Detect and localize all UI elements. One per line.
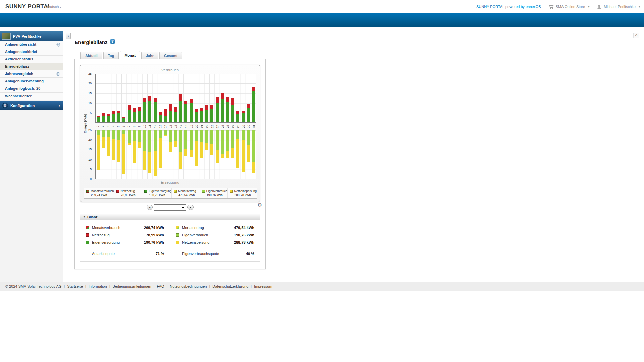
erzeugung-bar-day-12 xyxy=(153,130,158,179)
legend-item-header: Netzeinspeisung xyxy=(230,189,257,193)
eigenversorgung-bar xyxy=(159,115,162,122)
sidebar: PVA-Perlitschke AnlagenübersichtAnlagens… xyxy=(0,31,63,282)
bilanz-header[interactable]: ▼ Bilanz xyxy=(80,214,260,220)
eigenversorgung-bar xyxy=(148,101,151,122)
sidebar-item-anlagenlogbuch-20[interactable]: Anlagenlogbuch: 20 xyxy=(0,85,63,93)
eigenversorgung-bar xyxy=(174,112,177,122)
chevron-right-icon: › xyxy=(59,103,60,108)
sidebar-item-aktueller-status[interactable]: Aktueller Status xyxy=(0,56,63,63)
eigenversorgung-bar xyxy=(231,105,234,122)
day-tick-label: 12 xyxy=(153,125,157,128)
erzeugung-bar-day-18 xyxy=(183,130,189,179)
erzeugung-bar-day-24 xyxy=(215,130,220,179)
day-tick-19: 19 xyxy=(189,123,194,130)
month-select[interactable] xyxy=(154,204,186,211)
sidebar-item-jahresvergleich[interactable]: Jahresvergleich xyxy=(0,70,63,78)
tab-aktuell[interactable]: Aktuell xyxy=(80,52,102,59)
verbrauch-bar-day-13 xyxy=(158,74,163,122)
eigenversorgung-bar xyxy=(195,112,198,122)
eigenverbrauch-bar xyxy=(231,130,234,148)
sidebar-item-konfiguration[interactable]: ⚙ Konfiguration › xyxy=(0,101,63,110)
y-tick-label: 15 xyxy=(82,92,92,95)
tab-tag[interactable]: Tag xyxy=(103,52,119,59)
top-bar: SUNNY PORTAL Deutsch▾ SUNNY PORTAL power… xyxy=(0,0,644,13)
verbrauch-bar-day-3 xyxy=(106,74,111,122)
day-tick-label: 9 xyxy=(138,126,141,127)
eigenversorgung-bar xyxy=(117,113,120,122)
bilanz-row-value: 479,54 kWh xyxy=(234,226,254,230)
panel-collapse-up-button[interactable]: ^ xyxy=(633,33,639,38)
footer-link-datenschutzerkl-rung[interactable]: Datenschutzerklärung xyxy=(212,284,248,288)
eigenversorgung-bar xyxy=(184,104,187,122)
user-icon xyxy=(597,4,602,9)
tab-monat[interactable]: Monat xyxy=(120,51,140,59)
sidebar-collapse-button[interactable]: ‹ xyxy=(66,33,71,39)
language-selector[interactable]: Deutsch▾ xyxy=(45,0,61,14)
netzbezug-bar xyxy=(247,104,250,108)
sidebar-item-label: Aktueller Status xyxy=(5,57,33,61)
day-tick-label: 13 xyxy=(159,125,162,128)
eigenverbrauch-bar xyxy=(133,130,136,141)
bilanz-swatch-yellow xyxy=(176,241,179,244)
eigenversorgung-bar xyxy=(112,114,115,122)
footer-link-information[interactable]: Information xyxy=(89,284,107,288)
netzeinspeisung-bar xyxy=(169,142,172,152)
erzeugung-bar-day-1 xyxy=(96,130,101,179)
plant-header[interactable]: PVA-Perlitschke xyxy=(0,31,63,41)
tab-jahr[interactable]: Jahr xyxy=(141,52,158,59)
legend-item-header: Eigenversorgung xyxy=(144,189,171,193)
user-menu[interactable]: Michael Perlitschke ▾ xyxy=(597,4,640,9)
chart-navigation: ◄ ► xyxy=(80,204,260,211)
bilanz-left-column: Monatsverbrauch269,74 kWhNetzbezug78,99 … xyxy=(86,224,164,257)
previous-month-button[interactable]: ◄ xyxy=(147,205,153,210)
eigenverbrauch-bar xyxy=(169,130,172,142)
y-tick-label: 15 xyxy=(82,148,92,151)
footer-link-bedienungsanleitungen[interactable]: Bedienungsanleitungen xyxy=(113,284,151,288)
erzeugung-bar-day-4 xyxy=(111,130,116,179)
day-tick-label: 19 xyxy=(190,125,193,128)
footer-link-startseite[interactable]: Startseite xyxy=(67,284,83,288)
verbrauch-bar-day-23 xyxy=(209,74,214,122)
footer-link-impressum[interactable]: Impressum xyxy=(254,284,272,288)
legend-item-value: 190,76 kWh xyxy=(149,193,171,197)
netzbezug-bar xyxy=(236,111,239,114)
eigenversorgung-bar xyxy=(247,108,250,122)
sidebar-item-anlagen-berwachung[interactable]: Anlagenüberwachung xyxy=(0,78,63,85)
day-tick-7: 7 xyxy=(126,123,131,130)
eigenversorgung-bar xyxy=(169,111,172,122)
legend-swatch-red-green xyxy=(86,190,89,193)
day-tick-label: 16 xyxy=(174,125,177,128)
sidebar-item-anlagensteckbrief[interactable]: Anlagensteckbrief xyxy=(0,48,63,56)
chart-settings-icon[interactable]: ⚙ xyxy=(258,202,262,208)
sidebar-item-label: Anlagenlogbuch: 20 xyxy=(5,86,40,90)
powered-by-link[interactable]: SUNNY PORTAL powered by ennexOS xyxy=(476,5,541,9)
eigenverbrauch-bar xyxy=(117,130,120,140)
sidebar-item-wechselrichter[interactable]: Wechselrichter xyxy=(0,93,63,100)
footer-separator: | xyxy=(64,284,65,288)
chart-title-verbrauch: Verbrauch xyxy=(80,68,260,72)
bilanz-row-eigenverbrauchsquote: Eigenverbrauchsquote40 % xyxy=(176,250,254,257)
tab-gesamt[interactable]: Gesamt xyxy=(159,52,182,59)
netzbezug-bar xyxy=(174,107,177,112)
legend-item-header: Netzbezug xyxy=(116,189,142,193)
verbrauch-bar-day-18 xyxy=(183,74,189,122)
verbrauch-bar-day-12 xyxy=(153,74,158,122)
sidebar-item-anlagen-bersicht[interactable]: Anlagenübersicht xyxy=(0,41,63,48)
next-month-button[interactable]: ► xyxy=(187,205,194,210)
verbrauch-bar-day-2 xyxy=(101,74,106,122)
help-icon[interactable]: ? xyxy=(110,39,115,44)
legend-item-value: 78,99 kWh xyxy=(121,193,142,197)
chevron-down-icon: ▾ xyxy=(60,6,61,9)
y-tick-label: 5 xyxy=(82,168,92,171)
bilanz-body: Monatsverbrauch269,74 kWhNetzbezug78,99 … xyxy=(80,220,260,262)
erzeugung-bar-day-27 xyxy=(230,130,235,179)
plant-name: PVA-Perlitschke xyxy=(13,34,41,38)
footer-link-nutzungsbedingungen[interactable]: Nutzungsbedingungen xyxy=(170,284,207,288)
netzeinspeisung-bar xyxy=(117,140,120,162)
erzeugung-bar-day-2 xyxy=(101,130,106,179)
sma-online-store-menu[interactable]: SMA Online Store ▾ xyxy=(548,4,589,9)
day-tick-31: 31 xyxy=(251,123,256,130)
sidebar-item-energiebilanz[interactable]: Energiebilanz xyxy=(0,63,63,70)
footer-link-faq[interactable]: FAQ xyxy=(157,284,164,288)
eigenverbrauch-bar xyxy=(97,130,100,135)
